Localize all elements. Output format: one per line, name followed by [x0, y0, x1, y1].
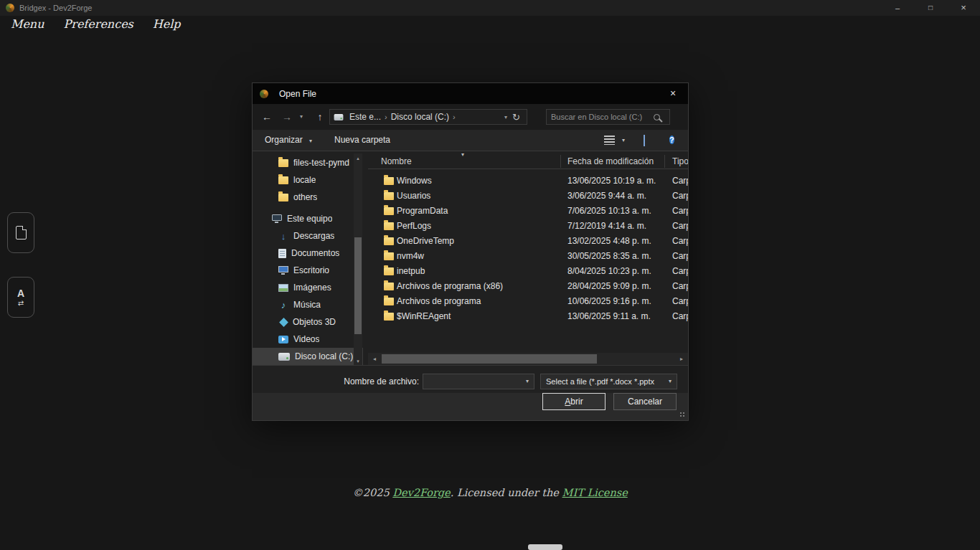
sidebar-item-escritorio[interactable]: Escritorio: [253, 262, 363, 279]
file-row-archivos-x86[interactable]: Archivos de programa (x86) 28/04/2025 9:…: [368, 279, 688, 294]
sidebar-item-descargas[interactable]: ↓ Descargas: [253, 227, 363, 245]
sidebar-item-disco-local-c[interactable]: Disco local (C:): [253, 348, 363, 365]
file-row-winreagent[interactable]: $WinREAgent 13/06/2025 9:11 a. m. Carp: [368, 309, 688, 324]
resize-grip[interactable]: [679, 412, 686, 418]
search-icon: [654, 114, 660, 120]
column-separator[interactable]: [664, 155, 665, 168]
file-row-usuarios[interactable]: Usuarios 3/06/2025 9:44 a. m. Carp: [368, 189, 688, 204]
open-button[interactable]: Abrir: [542, 393, 606, 410]
column-header-fecha[interactable]: Fecha de modificación: [567, 153, 654, 169]
forward-button[interactable]: →: [278, 108, 296, 125]
sidebar-item-imagenes[interactable]: Imágenes: [253, 279, 363, 296]
address-dropdown-icon[interactable]: ▾: [501, 114, 511, 120]
file-row-inetpub[interactable]: inetpub 8/04/2025 10:23 p. m. Carp: [368, 264, 688, 279]
file-name: Archivos de programa: [397, 294, 481, 309]
list-view-icon: [604, 136, 615, 145]
file-date: 7/06/2025 10:13 a. m.: [567, 204, 651, 219]
app-window: Bridgex - Dev2Forge – □ × Menu Preferenc…: [0, 0, 980, 550]
taskbar-peek[interactable]: [528, 544, 562, 550]
file-row-programdata[interactable]: ProgramData 7/06/2025 10:13 a. m. Carp: [368, 204, 688, 219]
folder-icon: [384, 207, 394, 215]
scroll-left-icon[interactable]: ◂: [369, 353, 380, 365]
folder-icon: [384, 222, 394, 230]
view-mode-button[interactable]: ▾: [604, 136, 625, 145]
sidebar-item-documentos[interactable]: Documentos: [253, 245, 363, 262]
new-folder-button[interactable]: Nueva carpeta: [334, 130, 390, 151]
preview-pane-button[interactable]: [644, 136, 645, 146]
file-name: Usuarios: [397, 189, 430, 204]
new-document-button[interactable]: [7, 212, 34, 253]
close-button[interactable]: ×: [947, 0, 980, 16]
sidebar-item-musica[interactable]: ♪ Música: [253, 296, 363, 313]
column-header-tipo[interactable]: Tipo: [672, 153, 688, 169]
menu-item-help[interactable]: Help: [153, 17, 181, 31]
scrollbar-thumb[interactable]: [382, 354, 597, 364]
file-row-windows[interactable]: Windows 13/06/2025 10:19 a. m. Carp: [368, 174, 688, 189]
cancel-button[interactable]: Cancelar: [613, 393, 677, 410]
folder-icon: [384, 298, 394, 305]
file-row-onedrivetemp[interactable]: OneDriveTemp 13/02/2025 4:48 p. m. Carp: [368, 234, 688, 249]
refresh-icon[interactable]: ↻: [511, 112, 524, 123]
folder-icon: [384, 237, 394, 245]
file-row-perflogs[interactable]: PerfLogs 7/12/2019 4:14 a. m. Carp: [368, 219, 688, 234]
copyright-text: ©2025: [352, 487, 392, 498]
column-separator[interactable]: [560, 155, 561, 168]
sidebar-item-files-test-pymd[interactable]: files-test-pymd: [253, 154, 363, 171]
chevron-down-icon: ▾: [622, 137, 625, 143]
chevron-down-icon[interactable]: ▾: [526, 374, 529, 389]
scrollbar-thumb[interactable]: [354, 237, 362, 334]
file-date: 7/12/2019 4:14 a. m.: [567, 219, 646, 234]
organize-button[interactable]: Organizar ▾: [265, 130, 312, 151]
file-type: Carp: [672, 219, 688, 234]
file-type: Carp: [672, 204, 688, 219]
help-button[interactable]: ?: [669, 134, 674, 146]
open-file-dialog: Open File × ← → ▾ ↑ Este e... › Disco lo…: [252, 82, 689, 421]
mit-license-link[interactable]: MIT License: [562, 487, 628, 498]
sidebar-item-locale[interactable]: locale: [253, 171, 363, 189]
history-dropdown-icon[interactable]: ▾: [296, 108, 307, 125]
filename-input[interactable]: [423, 374, 518, 389]
breadcrumb-segment[interactable]: Este e...: [346, 112, 385, 122]
breadcrumb[interactable]: Este e... › Disco local (C:) › ▾ ↻: [329, 109, 527, 125]
sidebar-scrollbar[interactable]: ▴ ▾: [354, 153, 362, 366]
menu-item-preferences[interactable]: Preferences: [63, 17, 133, 31]
search-input[interactable]: [547, 113, 654, 121]
filetype-dropdown[interactable]: Select a file (*.pdf *.docx *.pptx ▾: [540, 374, 677, 389]
file-type: Carp: [672, 264, 688, 279]
file-row-nvm4w[interactable]: nvm4w 30/05/2025 8:35 a. m. Carp: [368, 249, 688, 264]
file-date: 30/05/2025 8:35 a. m.: [567, 249, 651, 264]
scroll-up-icon[interactable]: ▴: [354, 153, 362, 163]
list-header: ▾ Nombre Fecha de modificación Tipo: [368, 153, 688, 169]
up-button[interactable]: ↑: [311, 108, 329, 125]
chevron-right-icon: ›: [453, 113, 456, 121]
folder-icon: [384, 252, 394, 260]
sidebar-item-label: Videos: [293, 334, 319, 344]
scroll-right-icon[interactable]: ▸: [676, 353, 687, 365]
maximize-button[interactable]: □: [914, 0, 947, 16]
organize-label: Organizar: [265, 135, 303, 145]
sidebar-item-others[interactable]: others: [253, 189, 363, 206]
file-row-archivos[interactable]: Archivos de programa 10/06/2025 9:16 p. …: [368, 294, 688, 309]
sidebar-item-este-equipo[interactable]: Este equipo: [253, 210, 363, 227]
filename-combobox[interactable]: ▾: [423, 374, 534, 389]
file-name: Windows: [397, 174, 432, 189]
back-button[interactable]: ←: [258, 108, 275, 125]
minimize-button[interactable]: –: [881, 0, 914, 16]
translate-button[interactable]: A ⇄: [7, 277, 34, 318]
horizontal-scrollbar[interactable]: ◂ ▸: [368, 353, 688, 365]
column-header-nombre[interactable]: Nombre: [381, 153, 412, 169]
file-type: Carp: [672, 189, 688, 204]
file-name: nvm4w: [397, 249, 424, 264]
dialog-close-button[interactable]: ×: [658, 83, 688, 104]
drive-icon: [334, 114, 344, 120]
menu-item-menu[interactable]: Menu: [11, 17, 44, 31]
sidebar-item-label: Objetos 3D: [293, 317, 336, 327]
folder-icon: [278, 176, 288, 184]
file-name: ProgramData: [397, 204, 448, 219]
dev2forge-link[interactable]: Dev2Forge: [392, 487, 450, 498]
file-name: OneDriveTemp: [397, 234, 454, 249]
sidebar-item-label: Imágenes: [293, 283, 331, 293]
breadcrumb-segment[interactable]: Disco local (C:): [387, 112, 453, 122]
sidebar-item-videos[interactable]: Videos: [253, 331, 363, 348]
sidebar-item-objetos-3d[interactable]: Objetos 3D: [253, 313, 363, 331]
